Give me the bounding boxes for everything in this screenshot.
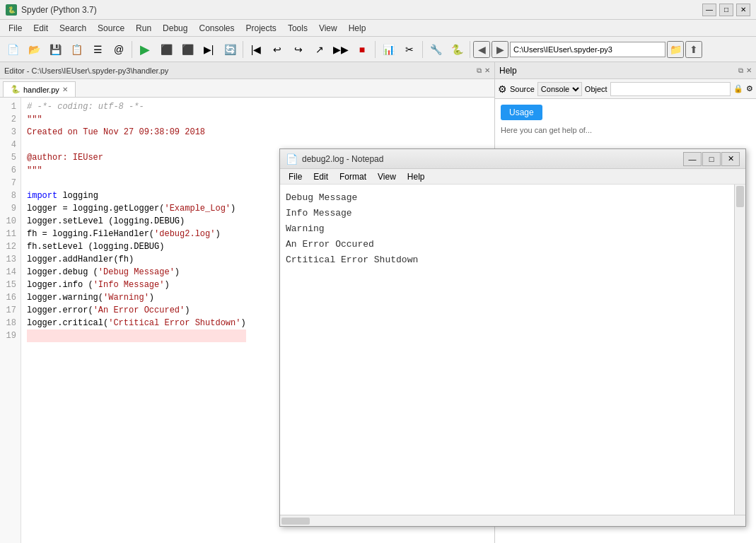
help-description: Here you can get help of... bbox=[501, 126, 750, 134]
notepad-minimize-button[interactable]: — bbox=[683, 152, 702, 166]
notepad-scrollbar[interactable] bbox=[734, 185, 745, 515]
help-float-button[interactable]: ⧉ bbox=[738, 66, 743, 75]
object-label: Object bbox=[585, 85, 607, 93]
menu-tools[interactable]: Tools bbox=[282, 22, 313, 35]
notepad-file-menu[interactable]: File bbox=[283, 170, 308, 183]
refresh-button[interactable]: 🔄 bbox=[220, 40, 240, 59]
menu-bar: File Edit Search Source Run Debug Consol… bbox=[0, 20, 756, 37]
back-button[interactable]: ◀ bbox=[473, 41, 490, 58]
editor-float-button[interactable]: ⧉ bbox=[477, 66, 482, 75]
help-toolbar: Source Console Editor Object 🔒 ⚙ bbox=[495, 79, 756, 99]
notepad-textarea[interactable]: Debug Message Info Message Warning An Er… bbox=[280, 185, 734, 515]
python-button[interactable]: 🐍 bbox=[447, 40, 467, 59]
help-title: Help bbox=[499, 66, 517, 76]
menu-debug[interactable]: Debug bbox=[157, 22, 193, 35]
minimize-button[interactable]: — bbox=[702, 4, 716, 16]
profile-button[interactable]: 📊 bbox=[378, 40, 398, 59]
browse-button[interactable]: 📁 bbox=[667, 41, 684, 58]
code-content[interactable]: # -*- coding: utf-8 -*- """ Created on T… bbox=[21, 98, 252, 543]
notepad-window: 📄 debug2.log - Notepad — □ ✕ File Edit F… bbox=[279, 148, 746, 527]
debug-step1[interactable]: |◀ bbox=[246, 40, 266, 59]
debug-step5[interactable]: ▶▶ bbox=[331, 40, 351, 59]
debug-button[interactable]: ⬛ bbox=[178, 40, 197, 59]
help-close-button[interactable]: ✕ bbox=[746, 66, 752, 75]
menu-projects[interactable]: Projects bbox=[240, 22, 282, 35]
notepad-title-text: debug2.log - Notepad bbox=[302, 154, 383, 164]
debug-step4[interactable]: ↗ bbox=[310, 40, 330, 59]
debug-step3[interactable]: ↪ bbox=[289, 40, 308, 59]
home-button[interactable]: ⬆ bbox=[685, 41, 702, 58]
app-icon: 🐍 bbox=[6, 4, 17, 16]
notepad-title-bar: 📄 debug2.log - Notepad — □ ✕ bbox=[280, 149, 745, 169]
list-button[interactable]: ☰ bbox=[88, 40, 107, 59]
notepad-controls: — □ ✕ bbox=[683, 152, 740, 166]
title-bar-controls: — □ ✕ bbox=[702, 4, 750, 16]
analysis-button[interactable]: ✂ bbox=[400, 40, 419, 59]
title-bar: 🐍 Spyder (Python 3.7) — □ ✕ bbox=[0, 0, 756, 20]
notepad-close-button[interactable]: ✕ bbox=[721, 152, 740, 166]
at-button[interactable]: @ bbox=[109, 40, 129, 59]
editor-close-button[interactable]: ✕ bbox=[484, 66, 490, 75]
toolbar: 📄 📂 💾 📋 ☰ @ ▶ ⬛ ⬛ ▶| 🔄 |◀ ↩ ↪ ↗ ▶▶ ■ 📊 ✂… bbox=[0, 37, 756, 62]
step-button[interactable]: ▶| bbox=[199, 40, 219, 59]
source-label: Source bbox=[510, 85, 535, 93]
notepad-edit-menu[interactable]: Edit bbox=[308, 170, 334, 183]
object-input[interactable] bbox=[610, 82, 731, 96]
editor-title: Editor - C:\Users\IEUser\.spyder-py3\han… bbox=[4, 66, 168, 75]
menu-file[interactable]: File bbox=[3, 22, 28, 35]
tab-close-button[interactable]: ✕ bbox=[62, 86, 68, 93]
separator-3 bbox=[375, 41, 376, 58]
notepad-content-area: Debug Message Info Message Warning An Er… bbox=[280, 185, 745, 515]
gear-icon bbox=[498, 83, 507, 95]
menu-run[interactable]: Run bbox=[130, 22, 157, 35]
forward-button[interactable]: ▶ bbox=[492, 41, 508, 58]
close-button[interactable]: ✕ bbox=[736, 4, 750, 16]
menu-view[interactable]: View bbox=[313, 22, 343, 35]
maximize-button[interactable]: □ bbox=[719, 4, 733, 16]
notepad-icon: 📄 bbox=[286, 153, 298, 165]
tab-label: handler.py bbox=[23, 86, 59, 94]
menu-consoles[interactable]: Consoles bbox=[193, 22, 240, 35]
notepad-maximize-button[interactable]: □ bbox=[702, 152, 721, 166]
separator-2 bbox=[243, 41, 243, 58]
app-title: Spyder (Python 3.7) bbox=[21, 5, 97, 15]
path-input[interactable] bbox=[510, 42, 665, 57]
tab-icon: 🐍 bbox=[11, 85, 21, 94]
editor-tab[interactable]: 🐍 handler.py ✕ bbox=[3, 81, 76, 97]
help-settings-icon[interactable]: ⚙ bbox=[746, 84, 753, 93]
lock-icon: 🔒 bbox=[733, 84, 743, 93]
separator-5 bbox=[470, 41, 470, 58]
debug-step2[interactable]: ↩ bbox=[267, 40, 287, 59]
menu-help[interactable]: Help bbox=[343, 22, 372, 35]
source-select[interactable]: Console Editor bbox=[537, 82, 582, 96]
save-button[interactable]: 💾 bbox=[45, 40, 65, 59]
run-config-button[interactable]: ⬛ bbox=[156, 40, 176, 59]
notepad-menu: File Edit Format View Help bbox=[280, 169, 745, 185]
menu-edit[interactable]: Edit bbox=[28, 22, 54, 35]
tools-button[interactable]: 🔧 bbox=[426, 40, 446, 59]
save-all-button[interactable]: 📋 bbox=[66, 40, 86, 59]
separator-1 bbox=[132, 41, 132, 58]
run-button[interactable]: ▶ bbox=[135, 40, 155, 59]
menu-source[interactable]: Source bbox=[92, 22, 130, 35]
separator-4 bbox=[422, 41, 423, 58]
notepad-format-menu[interactable]: Format bbox=[334, 170, 372, 183]
notepad-hscroll[interactable] bbox=[280, 515, 745, 526]
line-numbers: 12345678910111213141516171819 bbox=[0, 98, 21, 543]
notepad-help-menu[interactable]: Help bbox=[402, 170, 431, 183]
menu-search[interactable]: Search bbox=[54, 22, 92, 35]
tab-bar: 🐍 handler.py ✕ bbox=[0, 79, 494, 98]
new-file-button[interactable]: 📄 bbox=[3, 40, 23, 59]
open-file-button[interactable]: 📂 bbox=[24, 40, 44, 59]
editor-header: Editor - C:\Users\IEUser\.spyder-py3\han… bbox=[0, 62, 494, 79]
stop-button[interactable]: ■ bbox=[352, 40, 372, 59]
usage-button[interactable]: Usage bbox=[501, 105, 542, 120]
notepad-view-menu[interactable]: View bbox=[372, 170, 402, 183]
help-header: Help ⧉ ✕ bbox=[495, 62, 756, 79]
